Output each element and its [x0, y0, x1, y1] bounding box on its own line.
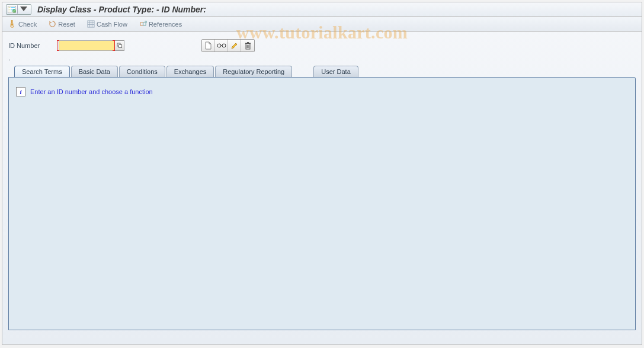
cashflow-button[interactable]: Cash Flow — [85, 19, 130, 29]
id-number-input[interactable] — [59, 40, 115, 51]
edit-button[interactable] — [228, 40, 241, 51]
svg-rect-8 — [11, 20, 13, 24]
check-icon — [9, 20, 17, 28]
required-bracket-right — [113, 40, 115, 51]
pencil-icon — [230, 42, 238, 50]
svg-rect-16 — [143, 22, 146, 26]
tab-conditions[interactable]: Conditions — [119, 66, 165, 77]
check-button[interactable]: Check — [7, 19, 39, 29]
reset-icon — [49, 20, 56, 28]
menu-button[interactable] — [6, 4, 31, 15]
application-toolbar: Check Reset Cash Flow — [2, 17, 642, 32]
check-label: Check — [18, 21, 37, 28]
references-button[interactable]: References — [137, 19, 184, 29]
form-icon — [8, 6, 16, 13]
svg-rect-5 — [9, 11, 11, 11]
reset-button[interactable]: Reset — [46, 19, 78, 29]
trash-icon — [245, 42, 251, 50]
tab-basic-data[interactable]: Basic Data — [71, 66, 118, 77]
cashflow-label: Cash Flow — [97, 21, 127, 28]
tab-strip: Search Terms Basic Data Conditions Excha… — [2, 60, 642, 77]
svg-rect-2 — [11, 7, 15, 8]
app-window: Display Class - Product Type: - ID Numbe… — [2, 2, 642, 345]
delete-button[interactable] — [241, 40, 254, 51]
search-help-icon — [117, 43, 123, 49]
references-label: References — [149, 21, 182, 28]
reset-label: Reset — [58, 21, 75, 28]
title-bar: Display Class - Product Type: - ID Numbe… — [2, 2, 642, 17]
svg-point-19 — [217, 44, 221, 47]
svg-point-20 — [222, 44, 226, 47]
references-icon — [139, 20, 147, 28]
svg-rect-15 — [140, 22, 143, 26]
id-number-label: ID Number — [8, 42, 53, 49]
page-title: Display Class - Product Type: - ID Numbe… — [37, 5, 206, 14]
document-icon — [204, 41, 212, 50]
svg-rect-18 — [118, 45, 121, 48]
form-row: ID Number — [2, 32, 642, 54]
info-message-row: i Enter an ID number and choose a functi… — [9, 78, 635, 106]
svg-rect-3 — [9, 9, 11, 9]
svg-rect-22 — [245, 43, 251, 44]
tab-user-data[interactable]: User Data — [313, 66, 358, 77]
separator-dot: . — [2, 54, 642, 60]
glasses-icon — [217, 43, 226, 49]
svg-rect-10 — [88, 21, 94, 27]
menu-dropdown-arrow — [17, 5, 30, 14]
tab-panel: i Enter an ID number and choose a functi… — [8, 77, 636, 330]
cashflow-icon — [87, 20, 95, 28]
tab-regulatory-reporting[interactable]: Regulatory Reporting — [215, 66, 292, 77]
create-button[interactable] — [202, 40, 215, 51]
action-icon-bar — [201, 39, 255, 52]
tab-exchanges[interactable]: Exchanges — [166, 66, 214, 77]
tab-search-terms[interactable]: Search Terms — [14, 66, 70, 77]
display-button[interactable] — [215, 40, 228, 51]
required-bracket-left — [57, 40, 59, 51]
svg-rect-1 — [9, 7, 11, 8]
svg-rect-9 — [11, 24, 14, 26]
info-message-text: Enter an ID number and choose a function — [30, 88, 153, 95]
search-help-button[interactable] — [115, 40, 124, 51]
svg-rect-23 — [247, 42, 249, 43]
info-icon: i — [16, 87, 25, 96]
